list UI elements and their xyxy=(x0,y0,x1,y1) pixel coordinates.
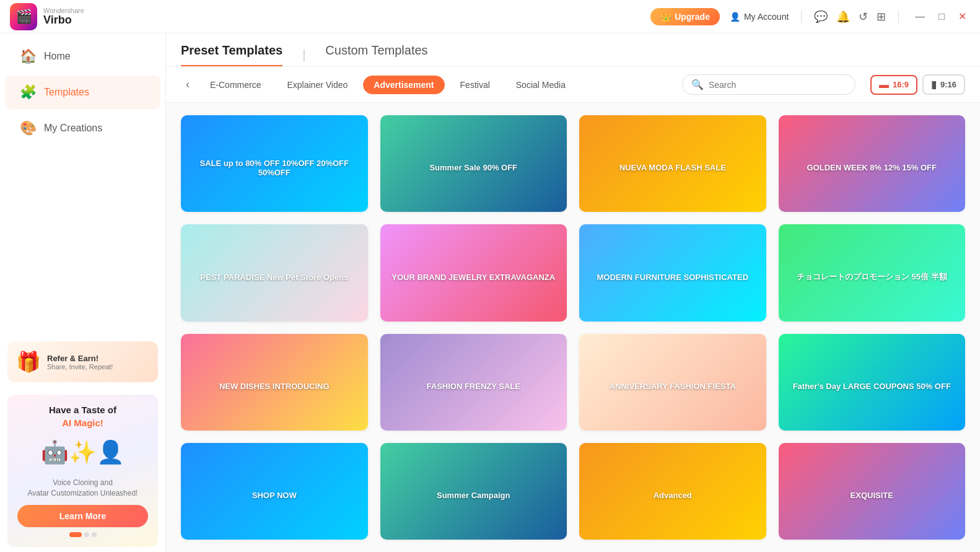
promo-subtitle: Share, Invite, Repeat! xyxy=(47,363,113,370)
upgrade-button[interactable]: 👑 Upgrade xyxy=(650,8,720,25)
sidebar-promo-banner[interactable]: 🎁 Refer & Earn! Share, Invite, Repeat! xyxy=(7,341,158,382)
landscape-icon: ▬ xyxy=(879,79,889,90)
filter-chip-ecommerce[interactable]: E-Commerce xyxy=(199,76,271,94)
filter-chip-social-media[interactable]: Social Media xyxy=(505,76,576,94)
template-card[interactable]: Summer CampaignSummer Sale Campaign xyxy=(380,443,567,540)
filter-chip-festival[interactable]: Festival xyxy=(450,76,501,94)
promo-title: Refer & Earn! xyxy=(47,354,113,363)
titlebar-divider2 xyxy=(898,11,899,23)
sidebar-creations-label: My Creations xyxy=(44,123,102,134)
template-thumb-label: EXQUISITE xyxy=(779,443,966,540)
sidebar-spacer xyxy=(0,146,165,334)
template-card[interactable]: NUEVA MODA FLASH SALEFootball Jersey Pro… xyxy=(579,115,766,212)
aspect-169-button[interactable]: ▬ 16:9 xyxy=(870,75,917,95)
sidebar-templates-label: Templates xyxy=(44,87,89,98)
template-thumbnail: NUEVA MODA FLASH SALE xyxy=(579,115,766,212)
tab-divider: | xyxy=(302,48,305,62)
creations-icon: 🎨 xyxy=(20,120,37,136)
learn-more-button[interactable]: Learn More xyxy=(17,505,148,527)
template-thumb-label: SHOP NOW xyxy=(181,443,368,540)
template-card[interactable]: AdvancedAdvanced Marketing xyxy=(579,443,766,540)
template-card[interactable]: FASHION FRENZY SALEMarketing Promotion -… xyxy=(380,334,567,431)
template-thumb-label: NEW DISHES INTRODUCING xyxy=(181,334,368,431)
app-logo-icon: 🎬 xyxy=(10,3,37,30)
filter-bar: ‹ E-Commerce Explainer Video Advertiseme… xyxy=(166,67,980,103)
template-thumb-label: Advanced xyxy=(579,443,766,540)
close-button[interactable]: ✕ xyxy=(955,9,970,24)
template-thumb-label: YOUR BRAND JEWELRY EXTRAVAGANZA xyxy=(380,224,567,321)
grid-icon[interactable]: ⊞ xyxy=(877,10,886,24)
user-icon: 👤 xyxy=(730,12,740,22)
template-thumbnail: FASHION FRENZY SALE xyxy=(380,334,567,431)
template-card[interactable]: SHOP NOWShopping Promotion xyxy=(181,443,368,540)
sidebar-item-templates[interactable]: 🧩 Templates xyxy=(5,76,160,109)
titlebar-left: 🎬 Wondershare Virbo xyxy=(10,3,84,30)
sidebar-home-label: Home xyxy=(44,51,71,62)
template-card[interactable]: MODERN FURNITURE SOPHISTICATEDMarketing … xyxy=(579,224,766,321)
aspect-ratio-buttons: ▬ 16:9 ▮ 9:16 xyxy=(870,74,965,95)
tab-custom-templates[interactable]: Custom Templates xyxy=(325,43,427,66)
template-thumbnail: PEST PARADISE New Pet Store Opens xyxy=(181,224,368,321)
template-card[interactable]: GOLDEN WEEK 8% 12% 15% OFFBeauty Merchan… xyxy=(779,115,966,212)
template-thumbnail: Summer Sale 90% OFF xyxy=(380,115,567,212)
home-icon: 🏠 xyxy=(20,48,37,64)
template-thumbnail: チョコレートのプロモーション 55倍 半額 xyxy=(779,224,966,321)
template-thumb-label: NUEVA MODA FLASH SALE xyxy=(579,115,766,212)
message-icon[interactable]: 💬 xyxy=(814,10,828,24)
template-card[interactable]: NEW DISHES INTRODUCINGCulinary Innovatio… xyxy=(181,334,368,431)
filter-chip-advertisement[interactable]: Advertisement xyxy=(363,76,444,94)
promo-icon: 🎁 xyxy=(16,350,41,374)
search-input[interactable] xyxy=(709,80,833,90)
template-card[interactable]: PEST PARADISE New Pet Store OpensNew Pet… xyxy=(181,224,368,321)
notification-icon[interactable]: 🔔 xyxy=(836,10,850,24)
search-icon: 🔍 xyxy=(691,79,704,90)
dot-indicator xyxy=(17,532,148,537)
logo-text: Wondershare Virbo xyxy=(43,7,84,27)
logo-virbo: Virbo xyxy=(43,14,84,27)
refresh-icon[interactable]: ↺ xyxy=(859,10,868,24)
minimize-button[interactable]: — xyxy=(911,10,929,24)
template-card[interactable]: SALE up to 80% OFF 10%OFF 20%OFF 50%OFFI… xyxy=(181,115,368,212)
template-thumbnail: Advanced xyxy=(579,443,766,540)
my-account-button[interactable]: 👤 My Account xyxy=(730,12,789,22)
template-thumb-label: SALE up to 80% OFF 10%OFF 20%OFF 50%OFF xyxy=(181,115,368,212)
templates-grid: SALE up to 80% OFF 10%OFF 20%OFF 50%OFFI… xyxy=(166,103,980,552)
filter-prev-button[interactable]: ‹ xyxy=(181,76,195,94)
ai-magic-highlight: AI Magic! xyxy=(17,418,148,428)
tab-preset-templates[interactable]: Preset Templates xyxy=(181,43,282,66)
content-area: Preset Templates | Custom Templates ‹ E-… xyxy=(166,33,980,552)
template-card[interactable]: YOUR BRAND JEWELRY EXTRAVAGANZAJewelry E… xyxy=(380,224,567,321)
template-tabs: Preset Templates | Custom Templates xyxy=(181,43,965,66)
titlebar-right: 👑 Upgrade 👤 My Account 💬 🔔 ↺ ⊞ — □ ✕ xyxy=(650,8,970,25)
dot-2 xyxy=(84,532,89,537)
filter-chip-explainer[interactable]: Explainer Video xyxy=(276,76,358,94)
sidebar-item-home[interactable]: 🏠 Home xyxy=(5,40,160,73)
templates-icon: 🧩 xyxy=(20,84,37,100)
template-card[interactable]: チョコレートのプロモーション 55倍 半額Chocolate Promotion… xyxy=(779,224,966,321)
titlebar-icons: 💬 🔔 ↺ ⊞ xyxy=(814,10,886,24)
titlebar: 🎬 Wondershare Virbo 👑 Upgrade 👤 My Accou… xyxy=(0,0,980,33)
window-controls: — □ ✕ xyxy=(911,9,970,24)
template-thumbnail: Summer Campaign xyxy=(380,443,567,540)
aspect-916-button[interactable]: ▮ 9:16 xyxy=(922,74,965,95)
template-thumbnail: GOLDEN WEEK 8% 12% 15% OFF xyxy=(779,115,966,212)
promo-text-block: Refer & Earn! Share, Invite, Repeat! xyxy=(47,354,113,370)
content-header: Preset Templates | Custom Templates xyxy=(166,33,980,67)
template-card[interactable]: Summer Sale 90% OFFSummer Bikini Sale Ho… xyxy=(380,115,567,212)
sidebar: 🏠 Home 🧩 Templates 🎨 My Creations 🎁 Refe… xyxy=(0,33,166,552)
template-thumb-label: Summer Sale 90% OFF xyxy=(380,115,567,212)
sidebar-item-my-creations[interactable]: 🎨 My Creations xyxy=(5,112,160,145)
template-card[interactable]: EXQUISITEExquisite Collection xyxy=(779,443,966,540)
template-thumbnail: EXQUISITE xyxy=(779,443,966,540)
template-thumbnail: NEW DISHES INTRODUCING xyxy=(181,334,368,431)
template-card[interactable]: ANNIVERSARY FASHION FIESTAAnniversary Fa… xyxy=(579,334,766,431)
template-thumbnail: MODERN FURNITURE SOPHISTICATED xyxy=(579,224,766,321)
template-card[interactable]: Father's Day LARGE COUPONS 50% OFFFather… xyxy=(779,334,966,431)
maximize-button[interactable]: □ xyxy=(935,10,948,24)
template-thumbnail: SALE up to 80% OFF 10%OFF 20%OFF 50%OFF xyxy=(181,115,368,212)
ai-magic-desc: Voice Cloning andAvatar Customization Un… xyxy=(17,478,148,499)
template-thumb-label: MODERN FURNITURE SOPHISTICATED xyxy=(579,224,766,321)
template-thumbnail: SHOP NOW xyxy=(181,443,368,540)
template-thumb-label: FASHION FRENZY SALE xyxy=(380,334,567,431)
template-thumbnail: Father's Day LARGE COUPONS 50% OFF xyxy=(779,334,966,431)
